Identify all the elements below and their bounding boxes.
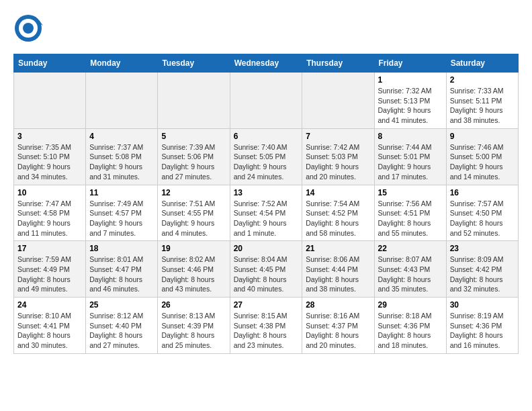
day-number: 1 xyxy=(378,75,443,85)
day-number: 11 xyxy=(89,188,154,197)
day-number: 18 xyxy=(89,244,154,253)
day-number: 3 xyxy=(17,132,82,141)
calendar-cell: 23Sunrise: 8:09 AM Sunset: 4:42 PM Dayli… xyxy=(446,241,518,298)
day-header-wednesday: Wednesday xyxy=(230,54,302,73)
calendar-cell: 5Sunrise: 7:39 AM Sunset: 5:06 PM Daylig… xyxy=(158,128,230,185)
day-info: Sunrise: 7:56 AM Sunset: 4:51 PM Dayligh… xyxy=(378,199,443,238)
day-info: Sunrise: 7:33 AM Sunset: 5:11 PM Dayligh… xyxy=(450,86,515,126)
day-number: 30 xyxy=(450,300,515,310)
day-info: Sunrise: 8:18 AM Sunset: 4:36 PM Dayligh… xyxy=(378,311,443,351)
day-number: 23 xyxy=(450,244,515,253)
calendar-cell: 12Sunrise: 7:51 AM Sunset: 4:55 PM Dayli… xyxy=(158,185,230,241)
calendar-cell: 30Sunrise: 8:19 AM Sunset: 4:36 PM Dayli… xyxy=(446,298,518,354)
day-info: Sunrise: 8:12 AM Sunset: 4:40 PM Dayligh… xyxy=(89,311,154,351)
calendar-cell: 25Sunrise: 8:12 AM Sunset: 4:40 PM Dayli… xyxy=(86,298,158,354)
calendar-cell xyxy=(14,73,86,129)
calendar-cell: 9Sunrise: 7:46 AM Sunset: 5:00 PM Daylig… xyxy=(446,128,518,185)
day-info: Sunrise: 7:59 AM Sunset: 4:49 PM Dayligh… xyxy=(17,255,82,294)
day-header-thursday: Thursday xyxy=(302,54,374,73)
day-info: Sunrise: 8:02 AM Sunset: 4:46 PM Dayligh… xyxy=(161,255,226,294)
calendar-cell: 18Sunrise: 8:01 AM Sunset: 4:47 PM Dayli… xyxy=(86,241,158,298)
calendar-cell: 2Sunrise: 7:33 AM Sunset: 5:11 PM Daylig… xyxy=(446,73,518,129)
day-header-saturday: Saturday xyxy=(446,54,518,73)
day-number: 22 xyxy=(378,244,443,253)
day-number: 6 xyxy=(234,132,299,141)
day-number: 26 xyxy=(161,300,226,310)
day-info: Sunrise: 7:35 AM Sunset: 5:10 PM Dayligh… xyxy=(17,142,82,182)
day-number: 10 xyxy=(17,188,82,197)
day-number: 27 xyxy=(234,300,299,310)
calendar-cell xyxy=(158,73,230,129)
day-header-monday: Monday xyxy=(86,54,158,73)
calendar-cell: 27Sunrise: 8:15 AM Sunset: 4:38 PM Dayli… xyxy=(230,298,302,354)
day-info: Sunrise: 7:44 AM Sunset: 5:01 PM Dayligh… xyxy=(378,142,443,182)
calendar-cell: 19Sunrise: 8:02 AM Sunset: 4:46 PM Dayli… xyxy=(158,241,230,298)
calendar-cell: 3Sunrise: 7:35 AM Sunset: 5:10 PM Daylig… xyxy=(14,128,86,185)
calendar-cell: 24Sunrise: 8:10 AM Sunset: 4:41 PM Dayli… xyxy=(14,298,86,354)
day-number: 13 xyxy=(234,188,299,197)
calendar-cell: 22Sunrise: 8:07 AM Sunset: 4:43 PM Dayli… xyxy=(374,241,446,298)
day-info: Sunrise: 8:04 AM Sunset: 4:45 PM Dayligh… xyxy=(234,255,299,294)
calendar-cell: 10Sunrise: 7:47 AM Sunset: 4:58 PM Dayli… xyxy=(14,185,86,241)
calendar-cell: 7Sunrise: 7:42 AM Sunset: 5:03 PM Daylig… xyxy=(302,128,374,185)
day-number: 17 xyxy=(17,244,82,253)
day-number: 24 xyxy=(17,300,82,310)
day-info: Sunrise: 8:19 AM Sunset: 4:36 PM Dayligh… xyxy=(450,311,515,351)
day-info: Sunrise: 8:09 AM Sunset: 4:42 PM Dayligh… xyxy=(450,255,515,294)
day-header-friday: Friday xyxy=(374,54,446,73)
day-info: Sunrise: 7:46 AM Sunset: 5:00 PM Dayligh… xyxy=(450,142,515,182)
calendar-cell: 14Sunrise: 7:54 AM Sunset: 4:52 PM Dayli… xyxy=(302,185,374,241)
day-number: 5 xyxy=(161,132,226,141)
day-info: Sunrise: 8:16 AM Sunset: 4:37 PM Dayligh… xyxy=(306,311,370,351)
day-info: Sunrise: 8:01 AM Sunset: 4:47 PM Dayligh… xyxy=(89,255,154,294)
calendar-cell: 15Sunrise: 7:56 AM Sunset: 4:51 PM Dayli… xyxy=(374,185,446,241)
svg-point-2 xyxy=(23,23,34,34)
calendar-cell: 1Sunrise: 7:32 AM Sunset: 5:13 PM Daylig… xyxy=(374,73,446,129)
calendar-cell: 8Sunrise: 7:44 AM Sunset: 5:01 PM Daylig… xyxy=(374,128,446,185)
day-number: 29 xyxy=(378,300,443,310)
calendar-cell: 17Sunrise: 7:59 AM Sunset: 4:49 PM Dayli… xyxy=(14,241,86,298)
day-number: 8 xyxy=(378,132,443,141)
day-info: Sunrise: 8:15 AM Sunset: 4:38 PM Dayligh… xyxy=(234,311,299,351)
header xyxy=(13,13,519,43)
day-info: Sunrise: 8:06 AM Sunset: 4:44 PM Dayligh… xyxy=(306,255,370,294)
logo xyxy=(13,13,46,43)
day-info: Sunrise: 7:52 AM Sunset: 4:54 PM Dayligh… xyxy=(234,199,299,238)
day-header-tuesday: Tuesday xyxy=(158,54,230,73)
day-number: 7 xyxy=(306,132,370,141)
day-info: Sunrise: 8:07 AM Sunset: 4:43 PM Dayligh… xyxy=(378,255,443,294)
day-info: Sunrise: 7:40 AM Sunset: 5:05 PM Dayligh… xyxy=(234,142,299,182)
calendar-cell: 16Sunrise: 7:57 AM Sunset: 4:50 PM Dayli… xyxy=(446,185,518,241)
day-info: Sunrise: 7:42 AM Sunset: 5:03 PM Dayligh… xyxy=(306,142,370,182)
day-number: 19 xyxy=(161,244,226,253)
calendar-cell: 20Sunrise: 8:04 AM Sunset: 4:45 PM Dayli… xyxy=(230,241,302,298)
calendar-cell: 29Sunrise: 8:18 AM Sunset: 4:36 PM Dayli… xyxy=(374,298,446,354)
day-info: Sunrise: 8:10 AM Sunset: 4:41 PM Dayligh… xyxy=(17,311,82,351)
calendar-cell xyxy=(230,73,302,129)
day-info: Sunrise: 7:57 AM Sunset: 4:50 PM Dayligh… xyxy=(450,199,515,238)
day-number: 14 xyxy=(306,188,370,197)
day-info: Sunrise: 7:49 AM Sunset: 4:57 PM Dayligh… xyxy=(89,199,154,238)
day-number: 20 xyxy=(234,244,299,253)
calendar-cell: 13Sunrise: 7:52 AM Sunset: 4:54 PM Dayli… xyxy=(230,185,302,241)
day-number: 16 xyxy=(450,188,515,197)
calendar-cell: 4Sunrise: 7:37 AM Sunset: 5:08 PM Daylig… xyxy=(86,128,158,185)
day-number: 21 xyxy=(306,244,370,253)
day-number: 4 xyxy=(89,132,154,141)
day-header-sunday: Sunday xyxy=(14,54,86,73)
calendar-cell xyxy=(86,73,158,129)
day-number: 25 xyxy=(89,300,154,310)
day-info: Sunrise: 7:47 AM Sunset: 4:58 PM Dayligh… xyxy=(17,199,82,238)
day-number: 15 xyxy=(378,188,443,197)
day-info: Sunrise: 7:32 AM Sunset: 5:13 PM Dayligh… xyxy=(378,86,443,126)
day-info: Sunrise: 7:39 AM Sunset: 5:06 PM Dayligh… xyxy=(161,142,226,182)
day-number: 9 xyxy=(450,132,515,141)
day-number: 28 xyxy=(306,300,370,310)
logo-icon xyxy=(13,13,43,43)
day-info: Sunrise: 7:51 AM Sunset: 4:55 PM Dayligh… xyxy=(161,199,226,238)
day-number: 12 xyxy=(161,188,226,197)
day-info: Sunrise: 7:37 AM Sunset: 5:08 PM Dayligh… xyxy=(89,142,154,182)
calendar-cell: 28Sunrise: 8:16 AM Sunset: 4:37 PM Dayli… xyxy=(302,298,374,354)
calendar-cell xyxy=(302,73,374,129)
day-info: Sunrise: 7:54 AM Sunset: 4:52 PM Dayligh… xyxy=(306,199,370,238)
